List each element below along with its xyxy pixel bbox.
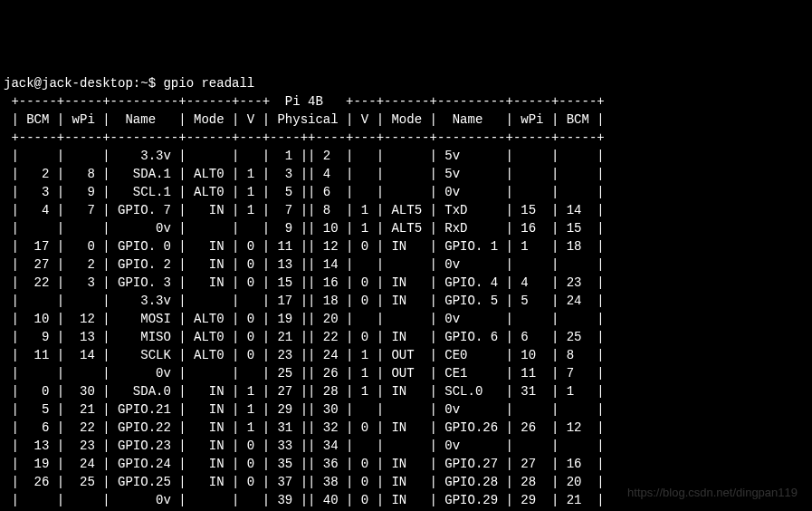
terminal-output: jack@jack-desktop:~$ gpio readall +-----… (4, 74, 808, 511)
command-text: gpio readall (163, 76, 254, 91)
shell-prompt: jack@jack-desktop:~$ (4, 76, 163, 91)
gpio-table: +-----+-----+---------+------+---+ Pi 4B… (4, 94, 605, 511)
